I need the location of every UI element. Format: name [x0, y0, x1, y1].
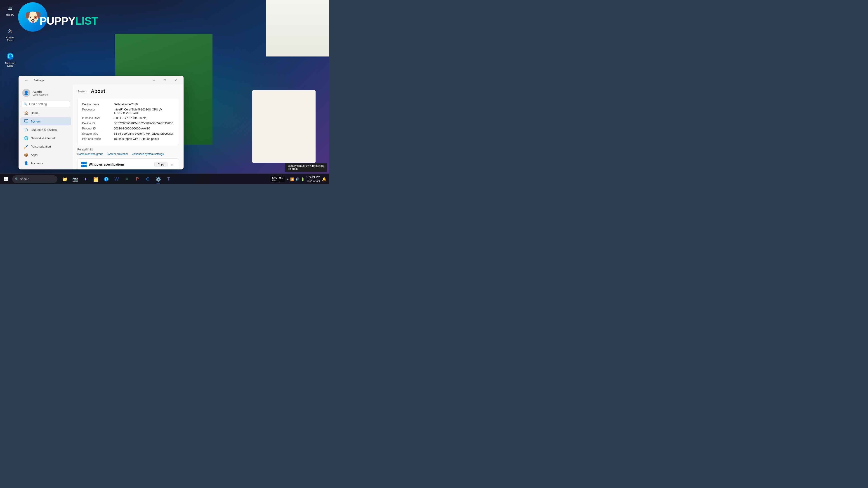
win-specs-controls: Copy ▲ [154, 161, 175, 168]
user-info: Admin Local Account [33, 90, 48, 96]
desktop-icon-control-panel[interactable]: 🛠️ Control Panel [2, 25, 18, 43]
taskbar-app-settings[interactable]: ⚙️ [153, 174, 163, 184]
chevron-up-icon[interactable]: ∧ [287, 177, 289, 181]
explorer-icon: 📁 [62, 176, 68, 182]
back-button[interactable]: ← [21, 76, 32, 84]
photos-icon: 📷 [72, 176, 78, 182]
desktop: 🐶 PUPPYLIST 💻 This PC 🛠️ Control Panel M… [0, 0, 329, 184]
spec-row-device-name: Device name Dell-Latitude-7410 [82, 102, 174, 107]
settings-icon: ⚙️ [156, 176, 161, 182]
puppy-text: PUPPY [39, 15, 75, 27]
taskbar-app-excel[interactable]: X [122, 174, 132, 184]
settings-main-content: System › About Device name Dell-Latitude… [73, 85, 184, 169]
pen-touch-value: Touch support with 10 touch points [114, 137, 159, 140]
wifi-icon[interactable]: 📶 [290, 177, 294, 181]
taskbar-clock[interactable]: 1:24:21 PM 11/28/2024 [306, 175, 320, 183]
svg-rect-1 [24, 120, 28, 122]
win-quad-2 [84, 162, 87, 164]
taskbar-app-explorer[interactable]: 📁 [60, 174, 70, 184]
maximize-button[interactable]: □ [160, 76, 170, 84]
device-specs-panel: Device name Dell-Latitude-7410 Processor… [77, 98, 179, 145]
taskbar: 🔍 Search 📁 📷 ✦ 🗂️ [0, 173, 329, 184]
sidebar-item-bluetooth[interactable]: ⬡ Bluetooth & devices [20, 126, 71, 134]
start-button[interactable] [1, 174, 11, 184]
puppy-logo: 🐶 PUPPYLIST [18, 1, 79, 36]
win-quad-4 [84, 165, 87, 167]
desktop-icons-area: 💻 This PC 🛠️ Control Panel Microsoft Edg… [2, 2, 18, 68]
taskbar-app-word[interactable]: W [112, 174, 122, 184]
user-role: Local Account [33, 93, 48, 96]
network-icon: 🌐 [24, 136, 29, 140]
sidebar-item-apps-label: Apps [31, 153, 37, 157]
control-panel-label: Control Panel [3, 36, 17, 41]
sidebar-item-accounts-label: Accounts [31, 162, 43, 165]
taskbar-app-powerpoint[interactable]: P [132, 174, 143, 184]
word-icon: W [115, 176, 119, 182]
search-icon: 🔍 [24, 102, 27, 106]
win-q3 [4, 180, 6, 181]
sidebar-item-accounts[interactable]: 👤 Accounts [20, 159, 71, 167]
sidebar-item-system[interactable]: System [20, 117, 71, 125]
this-pc-label: This PC [6, 13, 14, 16]
domain-workgroup-link[interactable]: Domain or workgroup [77, 153, 103, 156]
sidebar-item-apps[interactable]: 📦 Apps [20, 151, 71, 159]
sidebar-item-network[interactable]: 🌐 Network & internet [20, 134, 71, 142]
taskbar-search[interactable]: 🔍 Search [12, 175, 57, 183]
clock-date: 11/28/2024 [306, 179, 320, 183]
pen-touch-label: Pen and touch [82, 137, 114, 140]
sidebar-item-system-label: System [31, 120, 40, 123]
taskbar-app-copilot[interactable]: ✦ [81, 174, 90, 184]
device-name-value: Dell-Latitude-7410 [114, 103, 138, 106]
taskbar-app-edge[interactable] [101, 174, 111, 184]
settings-window: ← Settings ─ □ ✕ 👤 [19, 76, 184, 169]
ram-value: 8.00 GB (7.67 GB usable) [114, 116, 148, 120]
desktop-icon-this-pc[interactable]: 💻 This PC [2, 2, 18, 17]
excel-icon: X [125, 176, 128, 182]
user-profile[interactable]: 👤 Admin Local Account [19, 87, 73, 99]
sidebar-item-home-label: Home [31, 111, 39, 115]
notification-icon[interactable]: 🔔 [322, 177, 327, 181]
home-icon: 🏠 [24, 111, 29, 115]
desktop-icon-edge[interactable]: Microsoft Edge [2, 51, 18, 68]
advanced-settings-link[interactable]: Advanced system settings [132, 153, 164, 156]
system-icon [24, 119, 29, 124]
minimize-button[interactable]: ─ [149, 76, 159, 84]
settings-sidebar: 👤 Admin Local Account 🔍 🏠 Home [19, 85, 73, 169]
sidebar-item-network-label: Network & internet [31, 136, 55, 140]
start-windows-icon [4, 177, 8, 181]
right-decoration [266, 0, 329, 57]
taskbar-app-folder[interactable]: 🗂️ [91, 174, 101, 184]
title-bar: ← Settings ─ □ ✕ [19, 76, 184, 85]
taskbar-app-photos[interactable]: 📷 [70, 174, 80, 184]
taskbar-app-teams[interactable]: T [164, 174, 174, 184]
product-id-value: 00330-80000-00000-AA410 [114, 127, 150, 130]
close-button[interactable]: ✕ [170, 76, 181, 84]
collapse-button[interactable]: ▲ [169, 161, 175, 168]
system-protection-link[interactable]: System protection [107, 153, 129, 156]
edge-label: Microsoft Edge [3, 62, 17, 67]
win-q1 [4, 177, 6, 179]
copilot-icon: ✦ [84, 176, 88, 182]
nba-score-badge[interactable]: SAC - MIN Live · HT [270, 176, 285, 182]
win-specs-title: Windows specifications [89, 163, 125, 166]
sidebar-item-time[interactable]: 🕐 Time & language [20, 167, 71, 169]
win-q4 [6, 180, 8, 181]
settings-search-box[interactable]: 🔍 [21, 101, 70, 107]
battery-icon[interactable]: 🔋 [301, 177, 305, 181]
breadcrumb-system: System [77, 90, 87, 93]
accounts-icon: 👤 [24, 161, 29, 165]
folder-icon: 🗂️ [93, 176, 99, 182]
puppy-logo-text: PUPPYLIST [39, 15, 98, 27]
sidebar-item-home[interactable]: 🏠 Home [20, 109, 71, 117]
spec-row-product-id: Product ID 00330-80000-00000-AA410 [82, 126, 174, 131]
taskbar-tray-icons: ∧ 📶 🔊 🔋 [287, 177, 305, 181]
personalization-icon: 🖌️ [24, 144, 29, 149]
windows-logo-icon [81, 162, 87, 167]
copy-button[interactable]: Copy [154, 162, 167, 167]
nba-score: SAC - MIN [272, 177, 283, 179]
sidebar-item-personalization[interactable]: 🖌️ Personalization [20, 142, 71, 151]
taskbar-app-outlook[interactable]: O [143, 174, 153, 184]
settings-search-input[interactable] [29, 102, 68, 106]
breadcrumb: System › About [77, 88, 179, 94]
volume-icon[interactable]: 🔊 [296, 177, 299, 181]
